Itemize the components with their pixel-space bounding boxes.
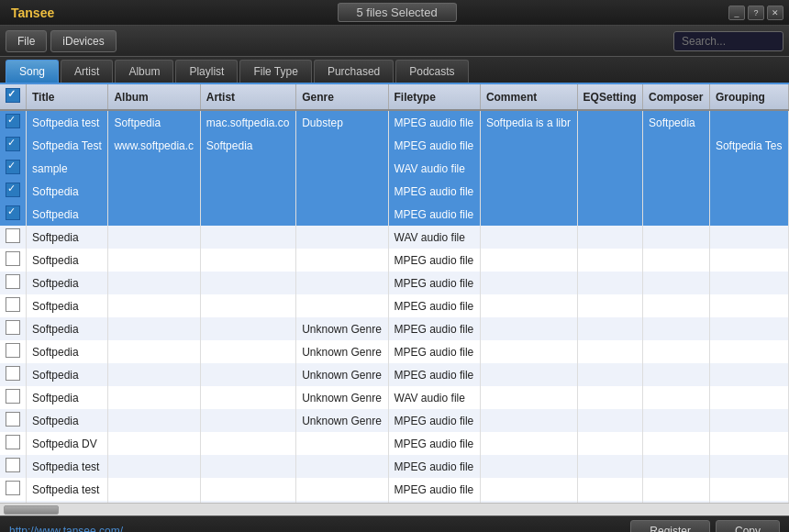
row-checkbox[interactable]	[0, 226, 27, 249]
cell-comment	[480, 249, 577, 272]
table-row[interactable]: Softpedia DVMPEG audio file	[0, 432, 789, 455]
row-checkbox-icon[interactable]	[6, 228, 20, 243]
table-row[interactable]: SoftpediaWAV audio file	[0, 226, 789, 249]
row-checkbox-icon[interactable]	[6, 114, 20, 128]
table-row[interactable]: SoftpediaUnknown GenreWAV audio file	[0, 386, 789, 409]
cell-eqsetting	[577, 432, 642, 455]
table-container[interactable]: TitleAlbumArtistGenreFiletypeCommentEQSe…	[0, 84, 789, 503]
table-row[interactable]: Softpedia testMPEG audio file	[0, 455, 789, 478]
table-row[interactable]: SoftpediaUnknown GenreMPEG audio file	[0, 409, 789, 432]
cell-artist	[200, 386, 295, 409]
row-checkbox-icon[interactable]	[6, 251, 20, 266]
table-row[interactable]: SoftpediaUnknown GenreMPEG audio file	[0, 363, 789, 386]
row-checkbox[interactable]	[0, 294, 27, 317]
row-checkbox[interactable]	[0, 249, 27, 272]
row-checkbox[interactable]	[0, 110, 27, 134]
cell-album: Softpedia	[108, 110, 200, 134]
tab-playlist[interactable]: Playlist	[175, 60, 238, 83]
row-checkbox-icon[interactable]	[6, 297, 20, 312]
row-checkbox-icon[interactable]	[6, 205, 20, 220]
cell-title: Softpedia DV	[27, 432, 108, 455]
header-checkbox[interactable]	[0, 84, 27, 110]
cell-title: Softpedia	[27, 203, 108, 226]
header-comment: Comment	[480, 84, 577, 110]
idevices-button[interactable]: iDevices	[50, 30, 116, 52]
title-bar: Tansee 5 files Selected _ ? ✕	[0, 0, 789, 26]
row-checkbox[interactable]	[0, 134, 27, 157]
table-row[interactable]: SoftpediaUnknown GenreMPEG audio file	[0, 340, 789, 363]
row-checkbox[interactable]	[0, 203, 27, 226]
horizontal-scrollbar[interactable]	[0, 503, 789, 515]
table-row[interactable]: SoftpediaUnknown GenreMPEG audio file	[0, 317, 789, 340]
close-button[interactable]: ✕	[767, 6, 783, 20]
row-checkbox-icon[interactable]	[6, 412, 20, 427]
cell-album	[108, 432, 200, 455]
row-checkbox-icon[interactable]	[6, 320, 20, 335]
table-row[interactable]: Softpedia testMPEG audio file	[0, 501, 789, 503]
row-checkbox[interactable]	[0, 363, 27, 386]
cell-filetype: MPEG audio file	[388, 272, 480, 294]
cell-genre	[296, 134, 388, 157]
row-checkbox-icon[interactable]	[6, 274, 20, 289]
file-button[interactable]: File	[6, 30, 47, 52]
row-checkbox[interactable]	[0, 478, 27, 501]
table-row[interactable]: Softpedia testMPEG audio file	[0, 478, 789, 501]
tab-album[interactable]: Album	[115, 60, 173, 83]
table-row[interactable]: Softpedia Testwww.softpedia.cSoftpediaMP…	[0, 134, 789, 157]
tab-podcasts[interactable]: Podcasts	[395, 60, 468, 83]
row-checkbox[interactable]	[0, 317, 27, 340]
row-checkbox[interactable]	[0, 501, 27, 503]
row-checkbox[interactable]	[0, 386, 27, 409]
cell-grouping	[709, 294, 788, 317]
table-row[interactable]: Softpedia testSoftpediamac.softpedia.coD…	[0, 110, 789, 134]
cell-grouping	[709, 501, 788, 503]
register-button[interactable]: Register	[630, 520, 710, 533]
cell-grouping	[709, 203, 788, 226]
row-checkbox-icon[interactable]	[6, 183, 20, 197]
table-row[interactable]: SoftpediaMPEG audio file	[0, 180, 789, 203]
tab-artist[interactable]: Artist	[61, 60, 113, 83]
row-checkbox[interactable]	[0, 157, 27, 180]
table-row[interactable]: SoftpediaMPEG audio file	[0, 203, 789, 226]
cell-title: Softpedia	[27, 340, 108, 363]
cell-comment	[480, 134, 577, 157]
row-checkbox[interactable]	[0, 432, 27, 455]
cell-album	[108, 249, 200, 272]
tab-file-type[interactable]: File Type	[239, 60, 311, 83]
row-checkbox[interactable]	[0, 409, 27, 432]
row-checkbox-icon[interactable]	[6, 481, 20, 495]
row-checkbox-icon[interactable]	[6, 137, 20, 151]
row-checkbox[interactable]	[0, 340, 27, 363]
help-button[interactable]: ?	[748, 6, 764, 20]
cell-grouping	[709, 340, 788, 363]
search-input[interactable]	[673, 31, 783, 51]
header-genre: Genre	[296, 84, 388, 110]
table-row[interactable]: sampleWAV audio file	[0, 157, 789, 180]
minimize-button[interactable]: _	[728, 6, 745, 20]
select-all-checkbox[interactable]	[6, 88, 20, 103]
cell-genre: Unknown Genre	[296, 386, 388, 409]
row-checkbox-icon[interactable]	[6, 389, 20, 404]
tab-song[interactable]: Song	[6, 60, 59, 83]
copy-button[interactable]: Copy	[716, 520, 780, 533]
cell-composer	[643, 180, 710, 203]
row-checkbox-icon[interactable]	[6, 343, 20, 358]
row-checkbox[interactable]	[0, 455, 27, 478]
row-checkbox-icon[interactable]	[6, 366, 20, 381]
row-checkbox-icon[interactable]	[6, 160, 20, 174]
cell-grouping	[709, 110, 788, 134]
toolbar: File iDevices	[0, 26, 789, 57]
cell-composer: Softpedia	[643, 110, 710, 134]
cell-album	[108, 478, 200, 501]
row-checkbox-icon[interactable]	[6, 435, 20, 449]
row-checkbox-icon[interactable]	[6, 458, 20, 472]
row-checkbox[interactable]	[0, 272, 27, 294]
tab-purchased[interactable]: Purchased	[314, 60, 394, 83]
cell-artist	[200, 432, 295, 455]
table-row[interactable]: SoftpediaMPEG audio file	[0, 249, 789, 272]
cell-artist	[200, 203, 295, 226]
cell-artist	[200, 317, 295, 340]
table-row[interactable]: SoftpediaMPEG audio file	[0, 272, 789, 294]
table-row[interactable]: SoftpediaMPEG audio file	[0, 294, 789, 317]
row-checkbox[interactable]	[0, 180, 27, 203]
